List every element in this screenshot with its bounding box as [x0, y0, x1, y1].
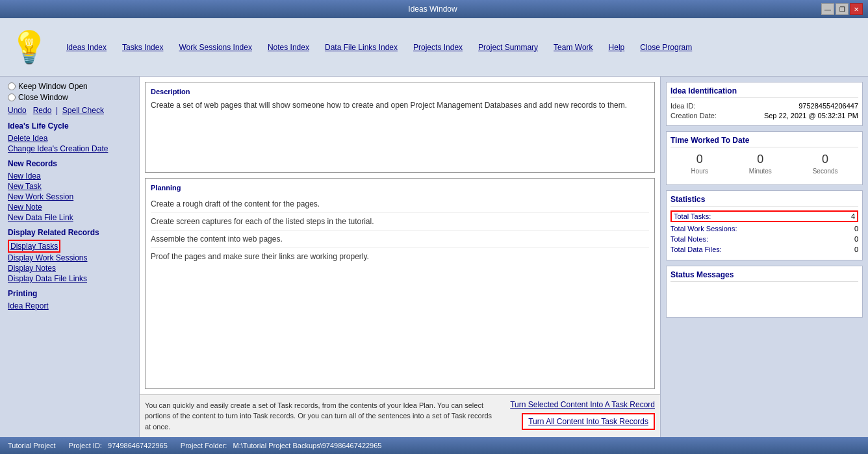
- new-idea-link[interactable]: New Idea: [8, 171, 131, 181]
- nav-work-sessions-index[interactable]: Work Sessions Index: [171, 42, 260, 53]
- right-panel: Idea Identification Idea ID: 97528455420…: [660, 77, 868, 437]
- new-work-session-link[interactable]: New Work Session: [8, 192, 131, 202]
- total-data-files-value: 0: [839, 246, 858, 253]
- total-work-sessions-label: Total Work Sessions:: [670, 225, 737, 233]
- nav-notes-index[interactable]: Notes Index: [260, 42, 317, 53]
- total-tasks-value: 4: [836, 212, 855, 220]
- hours-value: 0: [691, 153, 708, 166]
- minimize-button[interactable]: —: [821, 3, 834, 15]
- total-tasks-label: Total Tasks:: [674, 212, 711, 220]
- nav-links: Ideas Index Tasks Index Work Sessions In…: [58, 42, 700, 53]
- nav-ideas-index[interactable]: Ideas Index: [58, 42, 114, 53]
- close-window-radio[interactable]: Close Window: [8, 93, 131, 102]
- description-label: Description: [151, 88, 649, 95]
- nav-help[interactable]: Help: [601, 42, 633, 53]
- undo-redo-group: Undo Redo | Spell Check: [8, 106, 131, 115]
- redo-link[interactable]: Redo: [33, 106, 52, 115]
- display-tasks-highlighted: Display Tasks: [8, 240, 60, 253]
- minutes-unit: 0 Minutes: [749, 153, 772, 175]
- nav-project-summary[interactable]: Project Summary: [470, 42, 546, 53]
- minutes-value: 0: [749, 153, 772, 166]
- planning-item-1: Create a rough draft of the content for …: [151, 195, 649, 213]
- nav-tasks-index[interactable]: Tasks Index: [114, 42, 171, 53]
- sidebar: Keep Window Open Close Window Undo Redo …: [0, 77, 140, 437]
- hours-label: Hours: [691, 168, 708, 175]
- creation-date-value: Sep 22, 2021 @ 05:32:31 PM: [764, 112, 858, 120]
- idea-identification-title: Idea Identification: [670, 86, 858, 98]
- planning-section: Planning Create a rough draft of the con…: [145, 178, 655, 389]
- status-messages-title: Status Messages: [670, 270, 858, 282]
- printing-title: Printing: [8, 289, 131, 298]
- planning-label: Planning: [151, 184, 649, 192]
- app-logo: 💡: [6, 25, 52, 70]
- delete-idea-link[interactable]: Delete Idea: [8, 133, 131, 144]
- nav-data-file-links-index[interactable]: Data File Links Index: [317, 42, 405, 53]
- project-folder-value: M:\Tutorial Project Backups\974986467422…: [233, 442, 382, 449]
- keep-window-open-radio[interactable]: Keep Window Open: [8, 82, 131, 91]
- display-data-file-links-link[interactable]: Display Data File Links: [8, 273, 131, 284]
- status-messages-section: Status Messages: [666, 266, 863, 318]
- planning-item-3: Assemble the content into web pages.: [151, 231, 649, 248]
- project-name: Tutorial Project: [8, 442, 56, 449]
- planning-item-2: Create screen captures for each of the l…: [151, 213, 649, 231]
- total-notes-label: Total Notes:: [670, 235, 708, 243]
- bottom-bar-actions: Turn Selected Content Into A Task Record…: [510, 400, 655, 430]
- statistics-title: Statistics: [670, 195, 858, 207]
- planning-items: Create a rough draft of the content for …: [151, 195, 649, 265]
- new-note-link[interactable]: New Note: [8, 202, 131, 212]
- nav-close-program[interactable]: Close Program: [632, 42, 700, 53]
- new-task-link[interactable]: New Task: [8, 181, 131, 192]
- restore-button[interactable]: ❐: [836, 3, 849, 15]
- idea-id-row: Idea ID: 975284554206447: [670, 102, 858, 110]
- seconds-value: 0: [813, 153, 838, 166]
- undo-link[interactable]: Undo: [8, 106, 27, 115]
- new-data-file-link-link[interactable]: New Data File Link: [8, 212, 131, 223]
- display-work-sessions-link[interactable]: Display Work Sessions: [8, 253, 131, 263]
- description-section: Description Create a set of web pages th…: [145, 82, 655, 173]
- description-text: Create a set of web pages that will show…: [151, 99, 649, 111]
- window-mode-group: Keep Window Open Close Window: [8, 82, 131, 102]
- nav-projects-index[interactable]: Projects Index: [405, 42, 470, 53]
- idea-id-label: Idea ID:: [670, 102, 696, 110]
- title-bar: Ideas Window — ❐ ✕: [0, 0, 868, 18]
- life-cycle-title: Idea's Life Cycle: [8, 121, 131, 131]
- total-data-files-row: Total Data Files: 0: [670, 246, 858, 253]
- bottom-bar: You can quickly and easily create a set …: [140, 394, 660, 438]
- window-title: Ideas Window: [44, 5, 821, 14]
- total-data-files-label: Total Data Files:: [670, 246, 722, 253]
- project-folder-group: Project Folder: M:\Tutorial Project Back…: [181, 442, 382, 449]
- total-work-sessions-value: 0: [839, 225, 858, 233]
- total-work-sessions-row: Total Work Sessions: 0: [670, 225, 858, 233]
- bottom-bar-text: You can quickly and easily create a set …: [145, 400, 497, 433]
- seconds-label: Seconds: [813, 168, 838, 175]
- time-worked-title: Time Worked To Date: [670, 136, 858, 147]
- nav-team-work[interactable]: Team Work: [546, 42, 600, 53]
- project-id-group: Project ID: 974986467422965: [69, 442, 168, 449]
- main-layout: Keep Window Open Close Window Undo Redo …: [0, 77, 868, 437]
- window-controls: — ❐ ✕: [821, 3, 863, 15]
- spell-check-link[interactable]: Spell Check: [62, 106, 104, 115]
- display-notes-link[interactable]: Display Notes: [8, 263, 131, 273]
- total-tasks-row: Total Tasks: 4: [670, 210, 858, 222]
- time-worked-section: Time Worked To Date 0 Hours 0 Minutes 0 …: [666, 131, 863, 185]
- change-creation-date-link[interactable]: Change Idea's Creation Date: [8, 144, 131, 154]
- total-notes-row: Total Notes: 0: [670, 235, 858, 243]
- nav-bar: 💡 Ideas Index Tasks Index Work Sessions …: [0, 18, 868, 77]
- planning-item-4: Proof the pages and make sure their link…: [151, 248, 649, 265]
- idea-id-value: 975284554206447: [798, 102, 858, 110]
- idea-report-link[interactable]: Idea Report: [8, 301, 131, 311]
- new-records-title: New Records: [8, 159, 131, 168]
- display-related-title: Display Related Records: [8, 228, 131, 237]
- close-window-button[interactable]: ✕: [850, 3, 863, 15]
- statistics-section: Statistics Total Tasks: 4 Total Work Ses…: [666, 190, 863, 260]
- content-area: Description Create a set of web pages th…: [140, 77, 660, 437]
- total-notes-value: 0: [839, 235, 858, 243]
- project-id-value: 974986467422965: [108, 442, 168, 449]
- turn-selected-link[interactable]: Turn Selected Content Into A Task Record: [510, 400, 655, 409]
- display-tasks-link[interactable]: Display Tasks: [10, 241, 58, 251]
- seconds-unit: 0 Seconds: [813, 153, 838, 175]
- creation-date-row: Creation Date: Sep 22, 2021 @ 05:32:31 P…: [670, 112, 858, 120]
- creation-date-label: Creation Date:: [670, 112, 717, 120]
- turn-all-button[interactable]: Turn All Content Into Task Records: [522, 413, 655, 430]
- project-id-label: Project ID:: [69, 442, 102, 449]
